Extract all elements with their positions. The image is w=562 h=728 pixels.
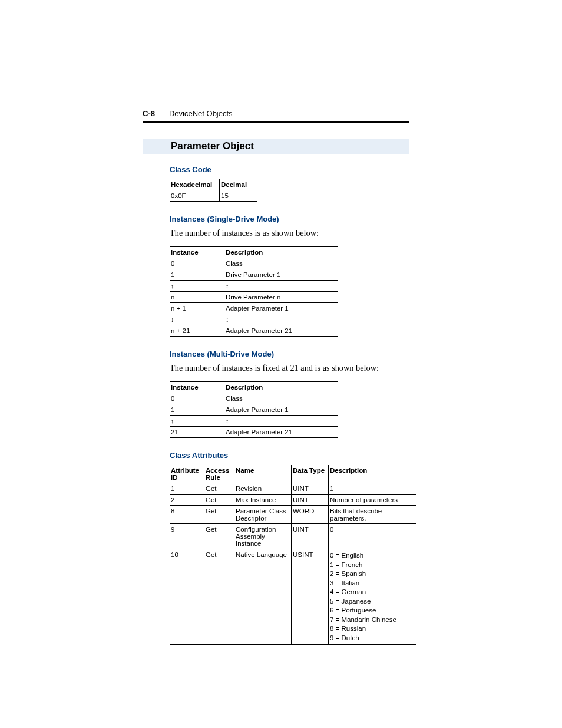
th-description: Description <box>224 247 339 258</box>
th-hex: Hexadecimal <box>170 179 220 190</box>
th-instance: Instance <box>170 247 224 258</box>
title-bar: Parameter Object <box>143 139 409 154</box>
th-attr-id: Attribute ID <box>170 465 204 483</box>
table-cell: UINT <box>292 483 329 495</box>
table-cell: ↕ <box>170 416 224 427</box>
table-cell: Revision <box>234 483 292 495</box>
table-cell: Class <box>224 258 339 269</box>
class-attributes-table: Attribute ID Access Rule Name Data Type … <box>170 465 416 645</box>
top-header: C-8 DeviceNet Objects <box>143 109 409 123</box>
td-dec: 15 <box>220 190 257 202</box>
table-cell: 21 <box>170 427 224 438</box>
table-cell: Number of parameters <box>329 495 416 506</box>
table-cell: Drive Parameter n <box>224 292 339 303</box>
page-title: Parameter Object <box>171 140 254 151</box>
th-access: Access Rule <box>204 465 234 483</box>
instances-multi-intro: The number of instances is fixed at 21 a… <box>170 363 409 373</box>
class-code-table: Hexadecimal Decimal 0x0F 15 <box>170 179 257 202</box>
th-instance: Instance <box>170 382 224 393</box>
table-cell: 0 <box>170 258 224 269</box>
table-cell: UINT <box>292 524 329 549</box>
section-title: DeviceNet Objects <box>169 109 233 118</box>
instances-single-table: Instance Description 0Class 1Drive Param… <box>170 246 338 337</box>
instances-single-intro: The number of instances is as shown belo… <box>170 228 409 238</box>
th-name: Name <box>234 465 292 483</box>
table-cell: 2 <box>170 495 204 506</box>
table-cell: Get <box>204 506 234 524</box>
page: C-8 DeviceNet Objects Parameter Object C… <box>0 0 562 728</box>
table-cell: ↕ <box>170 281 224 292</box>
instances-multi-table: Instance Description 0Class 1Adapter Par… <box>170 381 338 438</box>
table-cell: Max Instance <box>234 495 292 506</box>
table-cell: Adapter Parameter 1 <box>224 303 339 314</box>
table-cell: Class <box>224 393 339 404</box>
table-cell: 8 <box>170 506 204 524</box>
table-cell: Adapter Parameter 21 <box>224 427 339 438</box>
table-cell: n <box>170 292 224 303</box>
table-cell: USINT <box>292 549 329 645</box>
table-cell: Adapter Parameter 1 <box>224 404 339 416</box>
table-cell: n + 21 <box>170 325 224 337</box>
table-cell: 1 <box>170 404 224 416</box>
table-cell: 1 <box>170 269 224 281</box>
instances-multi-heading: Instances (Multi-Drive Mode) <box>170 350 409 358</box>
table-cell: n + 1 <box>170 303 224 314</box>
table-cell: ↕ <box>224 416 339 427</box>
table-cell: 0 <box>170 393 224 404</box>
table-cell: ↕ <box>224 281 339 292</box>
table-cell: 1 <box>170 483 204 495</box>
table-cell: Get <box>204 549 234 645</box>
table-cell: Bits that describe parameters. <box>329 506 416 524</box>
table-cell: Get <box>204 495 234 506</box>
th-description: Description <box>329 465 416 483</box>
table-cell: ↕ <box>170 314 224 325</box>
table-cell: Get <box>204 524 234 549</box>
table-cell: Drive Parameter 1 <box>224 269 339 281</box>
table-cell: 0 = English 1 = French 2 = Spanish 3 = I… <box>329 549 416 645</box>
table-cell: WORD <box>292 506 329 524</box>
page-number: C-8 <box>143 109 155 118</box>
table-cell: Parameter Class Descriptor <box>234 506 292 524</box>
table-cell: 9 <box>170 524 204 549</box>
th-dec: Decimal <box>220 179 257 190</box>
class-attributes-heading: Class Attributes <box>170 451 409 460</box>
table-cell: Adapter Parameter 21 <box>224 325 339 337</box>
table-cell: Configuration Assembly Instance <box>234 524 292 549</box>
table-cell: ↕ <box>224 314 339 325</box>
table-cell: 1 <box>329 483 416 495</box>
th-data-type: Data Type <box>292 465 329 483</box>
table-cell: 10 <box>170 549 204 645</box>
class-code-heading: Class Code <box>170 165 409 174</box>
table-cell: Native Language <box>234 549 292 645</box>
table-cell: 0 <box>329 524 416 549</box>
table-cell: Get <box>204 483 234 495</box>
instances-single-heading: Instances (Single-Drive Mode) <box>170 215 409 223</box>
table-cell: UINT <box>292 495 329 506</box>
main-content: Parameter Object Class Code Hexadecimal … <box>143 139 409 645</box>
td-hex: 0x0F <box>170 190 220 202</box>
th-description: Description <box>224 382 339 393</box>
